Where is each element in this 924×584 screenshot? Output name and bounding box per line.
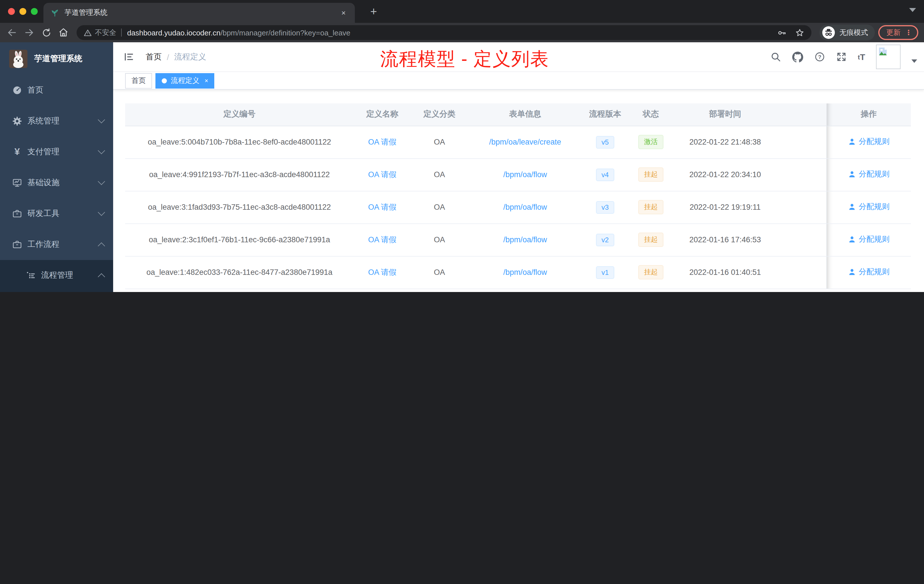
briefcase-icon xyxy=(12,239,23,250)
sidebar-item-home[interactable]: 首页 xyxy=(0,75,113,106)
font-size-button[interactable]: tT xyxy=(858,52,865,62)
svg-text:?: ? xyxy=(818,54,822,60)
version-tag: v1 xyxy=(596,266,614,279)
help-button[interactable]: ? xyxy=(814,51,825,62)
form-info-link[interactable]: /bpm/oa/flow xyxy=(503,236,547,244)
chrome-update-button[interactable]: 更新 ⋮ xyxy=(878,25,918,40)
definition-name-link[interactable]: OA 请假 xyxy=(368,203,396,211)
filler-cell xyxy=(777,191,826,223)
person-icon xyxy=(848,170,856,178)
deploy-time: 2022-01-22 20:34:10 xyxy=(690,170,761,179)
app-title: 芋道管理系统 xyxy=(34,53,82,64)
sidebar-item-dev-tools[interactable]: 研发工具 xyxy=(0,198,113,229)
user-avatar[interactable] xyxy=(876,45,901,69)
browser-tab[interactable]: 芋道管理系统 × xyxy=(43,3,355,23)
definition-name-cell: OA 请假 xyxy=(354,223,411,256)
new-tab-button[interactable]: + xyxy=(370,5,377,18)
tab-search-caret-icon[interactable] xyxy=(909,8,916,12)
col-actions: 操作 xyxy=(826,104,911,126)
definition-name-cell: OA 请假 xyxy=(354,158,411,191)
back-button[interactable] xyxy=(3,25,21,41)
sidebar-item-payment[interactable]: ¥ 支付管理 xyxy=(0,137,113,167)
key-icon[interactable] xyxy=(777,28,787,38)
bookmark-star-icon[interactable] xyxy=(795,28,805,38)
filler-cell xyxy=(777,126,826,158)
definition-category-cell: OA xyxy=(411,158,468,191)
person-icon xyxy=(848,268,856,276)
version-tag: v2 xyxy=(596,233,614,246)
assign-rule-link[interactable]: 分配规则 xyxy=(848,234,890,244)
tag-label: 首页 xyxy=(132,76,146,86)
definition-name-link[interactable]: OA 请假 xyxy=(368,235,396,244)
form-info-link[interactable]: /bpm/oa/flow xyxy=(503,170,547,179)
sidebar-collapse-button[interactable] xyxy=(113,51,141,62)
table-row: oa_leave:2:3c1f0ef1-76b1-11ec-9c66-a2380… xyxy=(125,223,911,256)
sidebar-item-infrastructure[interactable]: 基础设施 xyxy=(0,167,113,198)
definition-name-link[interactable]: OA 请假 xyxy=(368,170,396,178)
filler-cell xyxy=(777,158,826,191)
help-icon: ? xyxy=(814,51,825,62)
definition-name-link[interactable]: OA 请假 xyxy=(368,137,396,146)
sidebar-item-process-management[interactable]: 流程管理 xyxy=(0,260,113,291)
reload-icon xyxy=(41,28,51,38)
status-badge: 挂起 xyxy=(638,167,663,182)
breadcrumb: 首页 / 流程定义 xyxy=(146,52,206,62)
close-window-button[interactable] xyxy=(8,8,15,15)
actions-cell: 分配规则 xyxy=(826,158,911,191)
assign-rule-link[interactable]: 分配规则 xyxy=(848,202,890,212)
reload-button[interactable] xyxy=(38,25,55,41)
sidebar-item-workflow[interactable]: 工作流程 xyxy=(0,229,113,260)
minimize-window-button[interactable] xyxy=(20,8,26,15)
definition-name-link[interactable]: OA 请假 xyxy=(368,268,396,276)
tag-close-icon[interactable]: × xyxy=(205,77,208,84)
search-button[interactable] xyxy=(770,51,781,62)
fullscreen-button[interactable] xyxy=(836,51,847,62)
fold-icon xyxy=(124,51,134,62)
github-link[interactable] xyxy=(792,51,804,63)
form-info-link[interactable]: /bpm/oa/flow xyxy=(503,268,547,277)
incognito-label: 无痕模式 xyxy=(840,28,868,38)
window-controls[interactable] xyxy=(8,8,38,15)
github-icon xyxy=(792,51,804,63)
sidebar-item-label: 基础设施 xyxy=(27,178,59,188)
tab-close-icon[interactable]: × xyxy=(339,8,348,17)
sidebar-item-process-form[interactable]: 流程表单 xyxy=(0,291,113,292)
kebab-menu-icon[interactable]: ⋮ xyxy=(905,28,912,36)
zoom-window-button[interactable] xyxy=(31,8,38,15)
assign-rule-link[interactable]: 分配规则 xyxy=(848,137,890,147)
status-cell: 挂起 xyxy=(628,158,674,191)
briefcase-icon xyxy=(12,209,23,219)
address-path: /bpm/manager/definition?key=oa_leave xyxy=(221,28,777,37)
definition-category: OA xyxy=(434,138,445,146)
sidebar-item-system[interactable]: 系统管理 xyxy=(0,106,113,137)
col-filler xyxy=(777,104,826,126)
sidebar-item-label: 流程管理 xyxy=(41,270,73,280)
assign-rule-label: 分配规则 xyxy=(859,169,890,180)
address-bar[interactable]: 不安全 dashboard.yudao.iocoder.cn/bpm/manag… xyxy=(77,25,812,40)
status-badge: 激活 xyxy=(638,135,663,149)
assign-rule-link[interactable]: 分配规则 xyxy=(848,267,890,277)
tag-process-definition[interactable]: 流程定义 × xyxy=(155,73,214,88)
breadcrumb-home[interactable]: 首页 xyxy=(146,52,162,62)
avatar-caret-down-icon[interactable] xyxy=(911,59,917,63)
col-form-info: 表单信息 xyxy=(468,104,582,126)
logo-avatar xyxy=(9,49,27,68)
form-info-cell: /bpm/oa/flow xyxy=(468,158,582,191)
home-icon xyxy=(58,27,69,38)
fullscreen-icon xyxy=(836,51,847,62)
forward-button[interactable] xyxy=(21,25,38,41)
form-info-link[interactable]: /bpm/oa/leave/create xyxy=(489,138,561,146)
form-info-cell: /bpm/oa/leave/create xyxy=(468,126,582,158)
sidebar: 芋道管理系统 首页 系统管理 ¥ 支付 xyxy=(0,42,113,292)
actions-cell: 分配规则 xyxy=(826,223,911,256)
tag-home[interactable]: 首页 xyxy=(125,73,152,88)
sidebar-logo[interactable]: 芋道管理系统 xyxy=(0,42,113,75)
form-info-cell: /bpm/oa/flow xyxy=(468,223,582,256)
assign-rule-link[interactable]: 分配规则 xyxy=(848,169,890,180)
status-cell: 挂起 xyxy=(628,256,674,289)
form-info-cell: /bpm/oa/flow xyxy=(468,256,582,289)
form-info-link[interactable]: /bpm/oa/flow xyxy=(503,203,547,211)
chevron-down-icon xyxy=(98,178,105,185)
home-button[interactable] xyxy=(55,25,72,41)
version-cell: v3 xyxy=(582,191,628,223)
